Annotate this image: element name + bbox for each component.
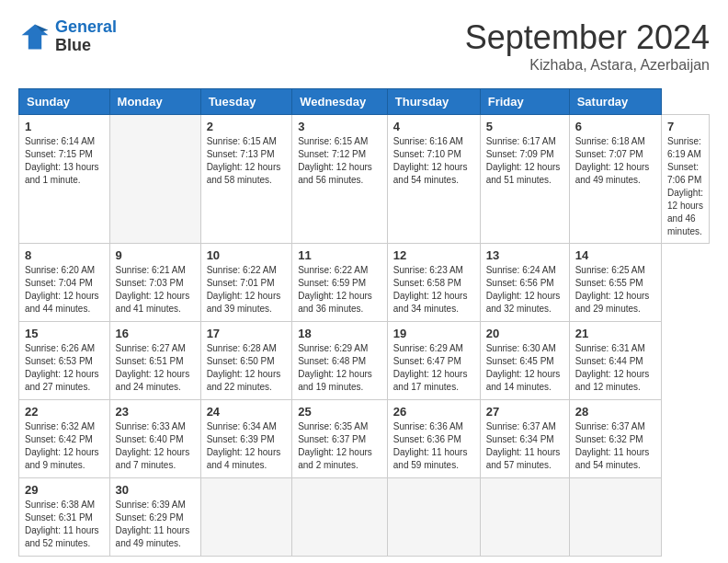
- day-info: Sunrise: 6:15 AMSunset: 7:12 PMDaylight:…: [298, 135, 381, 187]
- calendar-day-27: 27Sunrise: 6:37 AMSunset: 6:34 PMDayligh…: [480, 400, 569, 478]
- day-number: 11: [298, 248, 381, 262]
- day-number: 26: [393, 405, 474, 419]
- day-number: 13: [486, 248, 563, 262]
- day-info: Sunrise: 6:20 AMSunset: 7:04 PMDaylight:…: [25, 264, 104, 316]
- day-info: Sunrise: 6:32 AMSunset: 6:42 PMDaylight:…: [25, 420, 104, 472]
- day-number: 29: [25, 483, 104, 497]
- calendar-day-16: 16Sunrise: 6:27 AMSunset: 6:51 PMDayligh…: [109, 322, 200, 400]
- day-number: 6: [575, 120, 655, 133]
- day-info: Sunrise: 6:27 AMSunset: 6:51 PMDaylight:…: [116, 342, 195, 394]
- day-number: 12: [393, 248, 474, 262]
- calendar-day-19: 19Sunrise: 6:29 AMSunset: 6:47 PMDayligh…: [387, 322, 480, 400]
- day-number: 5: [486, 120, 563, 133]
- page-header: General Blue September 2024 Kizhaba, Ast…: [18, 18, 710, 74]
- calendar-day-empty: [292, 478, 388, 557]
- day-number: 10: [207, 248, 287, 262]
- calendar-day-18: 18Sunrise: 6:29 AMSunset: 6:48 PMDayligh…: [292, 322, 388, 400]
- calendar-day-26: 26Sunrise: 6:36 AMSunset: 6:36 PMDayligh…: [387, 400, 480, 478]
- day-info: Sunrise: 6:19 AMSunset: 7:06 PMDaylight:…: [667, 135, 703, 238]
- day-number: 19: [393, 327, 474, 340]
- day-number: 21: [575, 327, 655, 340]
- calendar-day-10: 10Sunrise: 6:22 AMSunset: 7:01 PMDayligh…: [200, 244, 292, 322]
- day-info: Sunrise: 6:26 AMSunset: 6:53 PMDaylight:…: [25, 342, 104, 394]
- day-number: 1: [25, 120, 104, 133]
- day-number: 16: [116, 327, 195, 340]
- day-number: 23: [116, 405, 195, 419]
- calendar-day-29: 29Sunrise: 6:38 AMSunset: 6:31 PMDayligh…: [19, 478, 110, 557]
- day-info: Sunrise: 6:15 AMSunset: 7:13 PMDaylight:…: [207, 135, 287, 187]
- calendar-day-3: 3Sunrise: 6:15 AMSunset: 7:12 PMDaylight…: [292, 115, 388, 244]
- calendar-day-7: 7Sunrise: 6:19 AMSunset: 7:06 PMDaylight…: [662, 115, 710, 244]
- calendar-day-9: 9Sunrise: 6:21 AMSunset: 7:03 PMDaylight…: [109, 244, 200, 322]
- day-info: Sunrise: 6:22 AMSunset: 7:01 PMDaylight:…: [207, 264, 287, 316]
- day-info: Sunrise: 6:28 AMSunset: 6:50 PMDaylight:…: [207, 342, 287, 394]
- day-number: 2: [207, 120, 287, 133]
- day-number: 9: [116, 248, 195, 262]
- calendar-day-empty: [109, 115, 200, 244]
- day-number: 25: [298, 405, 381, 419]
- day-info: Sunrise: 6:29 AMSunset: 6:48 PMDaylight:…: [298, 342, 381, 394]
- calendar-day-empty: [387, 478, 480, 557]
- day-header-thursday: Thursday: [387, 89, 480, 115]
- day-info: Sunrise: 6:34 AMSunset: 6:39 PMDaylight:…: [207, 420, 287, 472]
- day-info: Sunrise: 6:37 AMSunset: 6:34 PMDaylight:…: [486, 420, 563, 472]
- calendar-day-23: 23Sunrise: 6:33 AMSunset: 6:40 PMDayligh…: [109, 400, 200, 478]
- day-info: Sunrise: 6:17 AMSunset: 7:09 PMDaylight:…: [486, 135, 563, 187]
- calendar-day-6: 6Sunrise: 6:18 AMSunset: 7:07 PMDaylight…: [569, 115, 661, 244]
- calendar-day-20: 20Sunrise: 6:30 AMSunset: 6:45 PMDayligh…: [480, 322, 569, 400]
- day-number: 3: [298, 120, 381, 133]
- day-header-friday: Friday: [480, 89, 569, 115]
- day-number: 4: [393, 120, 474, 133]
- day-info: Sunrise: 6:37 AMSunset: 6:32 PMDaylight:…: [575, 420, 655, 472]
- calendar-day-5: 5Sunrise: 6:17 AMSunset: 7:09 PMDaylight…: [480, 115, 569, 244]
- day-number: 27: [486, 405, 563, 419]
- day-info: Sunrise: 6:21 AMSunset: 7:03 PMDaylight:…: [116, 264, 195, 316]
- day-number: 7: [667, 120, 703, 133]
- day-number: 15: [25, 327, 104, 340]
- day-info: Sunrise: 6:14 AMSunset: 7:15 PMDaylight:…: [25, 135, 104, 187]
- day-info: Sunrise: 6:24 AMSunset: 6:56 PMDaylight:…: [486, 264, 563, 316]
- calendar-day-8: 8Sunrise: 6:20 AMSunset: 7:04 PMDaylight…: [19, 244, 110, 322]
- calendar-day-11: 11Sunrise: 6:22 AMSunset: 6:59 PMDayligh…: [292, 244, 388, 322]
- day-info: Sunrise: 6:31 AMSunset: 6:44 PMDaylight:…: [575, 342, 655, 394]
- day-info: Sunrise: 6:33 AMSunset: 6:40 PMDaylight:…: [116, 420, 195, 472]
- calendar-day-14: 14Sunrise: 6:25 AMSunset: 6:55 PMDayligh…: [569, 244, 661, 322]
- calendar-day-22: 22Sunrise: 6:32 AMSunset: 6:42 PMDayligh…: [19, 400, 110, 478]
- logo-icon: [18, 20, 51, 53]
- day-number: 22: [25, 405, 104, 419]
- logo-text: General Blue: [55, 18, 117, 55]
- day-header-tuesday: Tuesday: [200, 89, 292, 115]
- day-number: 20: [486, 327, 563, 340]
- calendar-day-28: 28Sunrise: 6:37 AMSunset: 6:32 PMDayligh…: [569, 400, 661, 478]
- calendar-table: SundayMondayTuesdayWednesdayThursdayFrid…: [18, 88, 710, 557]
- calendar-day-2: 2Sunrise: 6:15 AMSunset: 7:13 PMDaylight…: [200, 115, 292, 244]
- calendar-day-13: 13Sunrise: 6:24 AMSunset: 6:56 PMDayligh…: [480, 244, 569, 322]
- calendar-day-21: 21Sunrise: 6:31 AMSunset: 6:44 PMDayligh…: [569, 322, 661, 400]
- calendar-day-empty: [480, 478, 569, 557]
- calendar-week-2: 8Sunrise: 6:20 AMSunset: 7:04 PMDaylight…: [19, 244, 710, 322]
- day-header-wednesday: Wednesday: [292, 89, 388, 115]
- day-info: Sunrise: 6:39 AMSunset: 6:29 PMDaylight:…: [116, 499, 195, 550]
- calendar-week-5: 29Sunrise: 6:38 AMSunset: 6:31 PMDayligh…: [19, 478, 710, 557]
- calendar-week-4: 22Sunrise: 6:32 AMSunset: 6:42 PMDayligh…: [19, 400, 710, 478]
- calendar-day-12: 12Sunrise: 6:23 AMSunset: 6:58 PMDayligh…: [387, 244, 480, 322]
- calendar-header-row: SundayMondayTuesdayWednesdayThursdayFrid…: [19, 89, 710, 115]
- calendar-day-30: 30Sunrise: 6:39 AMSunset: 6:29 PMDayligh…: [109, 478, 200, 557]
- calendar-day-17: 17Sunrise: 6:28 AMSunset: 6:50 PMDayligh…: [200, 322, 292, 400]
- calendar-day-4: 4Sunrise: 6:16 AMSunset: 7:10 PMDaylight…: [387, 115, 480, 244]
- day-info: Sunrise: 6:25 AMSunset: 6:55 PMDaylight:…: [575, 264, 655, 316]
- svg-marker-0: [22, 24, 49, 49]
- day-header-saturday: Saturday: [569, 89, 661, 115]
- day-info: Sunrise: 6:30 AMSunset: 6:45 PMDaylight:…: [486, 342, 563, 394]
- day-number: 14: [575, 248, 655, 262]
- calendar-day-empty: [569, 478, 661, 557]
- calendar-day-25: 25Sunrise: 6:35 AMSunset: 6:37 PMDayligh…: [292, 400, 388, 478]
- logo: General Blue: [18, 18, 117, 55]
- title-area: September 2024 Kizhaba, Astara, Azerbaij…: [465, 18, 710, 74]
- day-number: 24: [207, 405, 287, 419]
- calendar-day-1: 1Sunrise: 6:14 AMSunset: 7:15 PMDaylight…: [19, 115, 110, 244]
- day-info: Sunrise: 6:22 AMSunset: 6:59 PMDaylight:…: [298, 264, 381, 316]
- day-info: Sunrise: 6:36 AMSunset: 6:36 PMDaylight:…: [393, 420, 474, 472]
- day-number: 18: [298, 327, 381, 340]
- day-info: Sunrise: 6:18 AMSunset: 7:07 PMDaylight:…: [575, 135, 655, 187]
